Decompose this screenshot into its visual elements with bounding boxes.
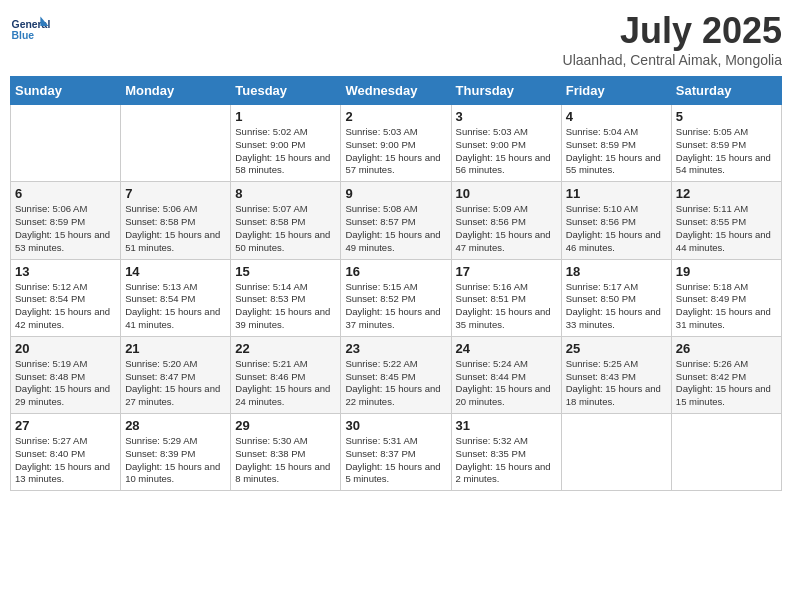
day-number: 20: [15, 341, 116, 356]
weekday-header-sunday: Sunday: [11, 77, 121, 105]
calendar-cell: 28Sunrise: 5:29 AMSunset: 8:39 PMDayligh…: [121, 414, 231, 491]
day-number: 16: [345, 264, 446, 279]
day-number: 7: [125, 186, 226, 201]
calendar-cell: 14Sunrise: 5:13 AMSunset: 8:54 PMDayligh…: [121, 259, 231, 336]
calendar-cell: 16Sunrise: 5:15 AMSunset: 8:52 PMDayligh…: [341, 259, 451, 336]
calendar: SundayMondayTuesdayWednesdayThursdayFrid…: [10, 76, 782, 491]
logo-icon: General Blue: [10, 10, 50, 50]
day-number: 27: [15, 418, 116, 433]
day-number: 8: [235, 186, 336, 201]
calendar-cell: 18Sunrise: 5:17 AMSunset: 8:50 PMDayligh…: [561, 259, 671, 336]
calendar-cell: 21Sunrise: 5:20 AMSunset: 8:47 PMDayligh…: [121, 336, 231, 413]
day-number: 10: [456, 186, 557, 201]
day-number: 5: [676, 109, 777, 124]
day-number: 11: [566, 186, 667, 201]
day-info: Sunrise: 5:32 AMSunset: 8:35 PMDaylight:…: [456, 435, 557, 486]
calendar-cell: 2Sunrise: 5:03 AMSunset: 9:00 PMDaylight…: [341, 105, 451, 182]
calendar-cell: 23Sunrise: 5:22 AMSunset: 8:45 PMDayligh…: [341, 336, 451, 413]
title-area: July 2025 Ulaanhad, Central Aimak, Mongo…: [563, 10, 782, 68]
calendar-cell: 25Sunrise: 5:25 AMSunset: 8:43 PMDayligh…: [561, 336, 671, 413]
calendar-cell: 6Sunrise: 5:06 AMSunset: 8:59 PMDaylight…: [11, 182, 121, 259]
calendar-cell: [561, 414, 671, 491]
month-year: July 2025: [563, 10, 782, 52]
day-info: Sunrise: 5:19 AMSunset: 8:48 PMDaylight:…: [15, 358, 116, 409]
day-number: 21: [125, 341, 226, 356]
calendar-cell: 20Sunrise: 5:19 AMSunset: 8:48 PMDayligh…: [11, 336, 121, 413]
day-info: Sunrise: 5:27 AMSunset: 8:40 PMDaylight:…: [15, 435, 116, 486]
day-info: Sunrise: 5:31 AMSunset: 8:37 PMDaylight:…: [345, 435, 446, 486]
day-info: Sunrise: 5:06 AMSunset: 8:58 PMDaylight:…: [125, 203, 226, 254]
weekday-header-wednesday: Wednesday: [341, 77, 451, 105]
day-info: Sunrise: 5:02 AMSunset: 9:00 PMDaylight:…: [235, 126, 336, 177]
day-number: 4: [566, 109, 667, 124]
day-info: Sunrise: 5:18 AMSunset: 8:49 PMDaylight:…: [676, 281, 777, 332]
day-info: Sunrise: 5:13 AMSunset: 8:54 PMDaylight:…: [125, 281, 226, 332]
header: General Blue July 2025 Ulaanhad, Central…: [10, 10, 782, 68]
day-info: Sunrise: 5:26 AMSunset: 8:42 PMDaylight:…: [676, 358, 777, 409]
calendar-cell: 5Sunrise: 5:05 AMSunset: 8:59 PMDaylight…: [671, 105, 781, 182]
day-info: Sunrise: 5:05 AMSunset: 8:59 PMDaylight:…: [676, 126, 777, 177]
day-number: 17: [456, 264, 557, 279]
calendar-cell: [121, 105, 231, 182]
day-info: Sunrise: 5:30 AMSunset: 8:38 PMDaylight:…: [235, 435, 336, 486]
day-info: Sunrise: 5:29 AMSunset: 8:39 PMDaylight:…: [125, 435, 226, 486]
calendar-cell: 10Sunrise: 5:09 AMSunset: 8:56 PMDayligh…: [451, 182, 561, 259]
calendar-cell: 29Sunrise: 5:30 AMSunset: 8:38 PMDayligh…: [231, 414, 341, 491]
day-info: Sunrise: 5:14 AMSunset: 8:53 PMDaylight:…: [235, 281, 336, 332]
calendar-cell: 11Sunrise: 5:10 AMSunset: 8:56 PMDayligh…: [561, 182, 671, 259]
calendar-cell: 31Sunrise: 5:32 AMSunset: 8:35 PMDayligh…: [451, 414, 561, 491]
calendar-cell: 4Sunrise: 5:04 AMSunset: 8:59 PMDaylight…: [561, 105, 671, 182]
calendar-cell: 30Sunrise: 5:31 AMSunset: 8:37 PMDayligh…: [341, 414, 451, 491]
day-info: Sunrise: 5:21 AMSunset: 8:46 PMDaylight:…: [235, 358, 336, 409]
calendar-cell: 3Sunrise: 5:03 AMSunset: 9:00 PMDaylight…: [451, 105, 561, 182]
day-info: Sunrise: 5:24 AMSunset: 8:44 PMDaylight:…: [456, 358, 557, 409]
day-number: 15: [235, 264, 336, 279]
day-number: 2: [345, 109, 446, 124]
day-number: 18: [566, 264, 667, 279]
day-number: 22: [235, 341, 336, 356]
day-number: 14: [125, 264, 226, 279]
day-number: 29: [235, 418, 336, 433]
calendar-cell: 1Sunrise: 5:02 AMSunset: 9:00 PMDaylight…: [231, 105, 341, 182]
weekday-header-thursday: Thursday: [451, 77, 561, 105]
weekday-header-tuesday: Tuesday: [231, 77, 341, 105]
day-info: Sunrise: 5:11 AMSunset: 8:55 PMDaylight:…: [676, 203, 777, 254]
day-info: Sunrise: 5:15 AMSunset: 8:52 PMDaylight:…: [345, 281, 446, 332]
day-number: 30: [345, 418, 446, 433]
logo: General Blue: [10, 10, 52, 50]
calendar-cell: 9Sunrise: 5:08 AMSunset: 8:57 PMDaylight…: [341, 182, 451, 259]
day-info: Sunrise: 5:06 AMSunset: 8:59 PMDaylight:…: [15, 203, 116, 254]
day-number: 6: [15, 186, 116, 201]
calendar-cell: 27Sunrise: 5:27 AMSunset: 8:40 PMDayligh…: [11, 414, 121, 491]
day-number: 13: [15, 264, 116, 279]
day-info: Sunrise: 5:04 AMSunset: 8:59 PMDaylight:…: [566, 126, 667, 177]
day-number: 24: [456, 341, 557, 356]
day-number: 19: [676, 264, 777, 279]
day-info: Sunrise: 5:08 AMSunset: 8:57 PMDaylight:…: [345, 203, 446, 254]
weekday-header-monday: Monday: [121, 77, 231, 105]
day-number: 9: [345, 186, 446, 201]
calendar-cell: 24Sunrise: 5:24 AMSunset: 8:44 PMDayligh…: [451, 336, 561, 413]
day-number: 25: [566, 341, 667, 356]
day-info: Sunrise: 5:16 AMSunset: 8:51 PMDaylight:…: [456, 281, 557, 332]
calendar-cell: 15Sunrise: 5:14 AMSunset: 8:53 PMDayligh…: [231, 259, 341, 336]
day-info: Sunrise: 5:03 AMSunset: 9:00 PMDaylight:…: [345, 126, 446, 177]
day-number: 23: [345, 341, 446, 356]
day-info: Sunrise: 5:07 AMSunset: 8:58 PMDaylight:…: [235, 203, 336, 254]
calendar-cell: 7Sunrise: 5:06 AMSunset: 8:58 PMDaylight…: [121, 182, 231, 259]
calendar-cell: 12Sunrise: 5:11 AMSunset: 8:55 PMDayligh…: [671, 182, 781, 259]
calendar-cell: [11, 105, 121, 182]
calendar-cell: 8Sunrise: 5:07 AMSunset: 8:58 PMDaylight…: [231, 182, 341, 259]
calendar-cell: 22Sunrise: 5:21 AMSunset: 8:46 PMDayligh…: [231, 336, 341, 413]
day-number: 26: [676, 341, 777, 356]
calendar-cell: [671, 414, 781, 491]
day-info: Sunrise: 5:03 AMSunset: 9:00 PMDaylight:…: [456, 126, 557, 177]
calendar-cell: 26Sunrise: 5:26 AMSunset: 8:42 PMDayligh…: [671, 336, 781, 413]
svg-text:Blue: Blue: [12, 30, 35, 41]
day-info: Sunrise: 5:22 AMSunset: 8:45 PMDaylight:…: [345, 358, 446, 409]
day-number: 31: [456, 418, 557, 433]
weekday-header-saturday: Saturday: [671, 77, 781, 105]
day-info: Sunrise: 5:25 AMSunset: 8:43 PMDaylight:…: [566, 358, 667, 409]
day-info: Sunrise: 5:20 AMSunset: 8:47 PMDaylight:…: [125, 358, 226, 409]
day-number: 12: [676, 186, 777, 201]
